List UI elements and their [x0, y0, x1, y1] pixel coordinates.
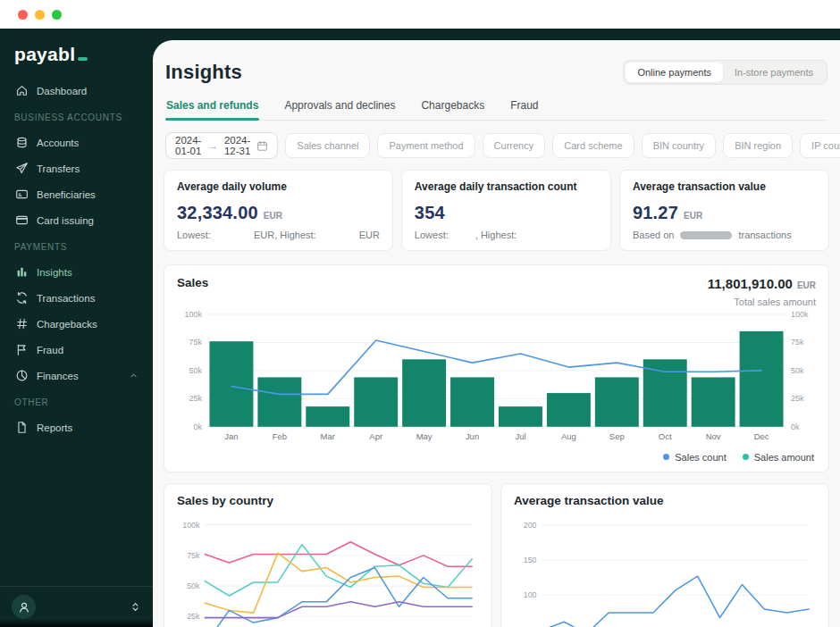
bar-jun: [450, 377, 494, 426]
sidebar-item-accounts[interactable]: Accounts: [7, 130, 146, 155]
y-axis-tick-label: 0k: [193, 422, 202, 431]
filter-chip-sales-channel[interactable]: Sales channel: [285, 133, 370, 158]
minimize-window-icon[interactable]: [35, 10, 45, 20]
y-axis-tick-label: 150: [524, 556, 537, 564]
sidebar-item-chargebacks[interactable]: Chargebacks: [7, 311, 146, 337]
x-axis-tick-label: Jun: [466, 431, 479, 441]
chevron-up-icon[interactable]: [129, 371, 139, 380]
date-to: 2024-12-31: [224, 135, 250, 156]
sidebar-item-beneficiaries[interactable]: Beneficiaries: [7, 181, 146, 207]
bar-jul: [499, 406, 542, 427]
y-axis-tick-label-right: 50k: [791, 366, 804, 375]
legend-dot-icon: [663, 454, 669, 460]
total-sales-currency: EUR: [797, 280, 816, 290]
sales-chart-card: Sales 11,801,910.00 EUR Total sales amou…: [164, 264, 829, 472]
bar-may: [402, 359, 446, 426]
y-axis-tick-label: 75k: [187, 551, 200, 560]
stat-cards-row: Average daily volume32,334.00EURLowest:E…: [164, 170, 829, 251]
x-axis-tick-label: Apr: [369, 431, 382, 441]
legend-item-sales-amount[interactable]: Sales amount: [743, 452, 814, 463]
avg-transaction-value-title: Average transaction value: [514, 494, 816, 507]
legend-item-sales-count[interactable]: Sales count: [663, 452, 726, 463]
filter-chip-bin-country[interactable]: BIN country: [642, 133, 716, 158]
stat-card-value: 91.27: [633, 203, 678, 223]
credit-card-icon: [14, 213, 29, 228]
redacted-pill-value: [680, 231, 732, 239]
stat-card-average-transaction-value: Average transaction value91.27EURBased o…: [619, 170, 829, 251]
bar-mar: [306, 406, 349, 427]
x-axis-tick-label: Oct: [659, 431, 672, 441]
filter-chip-ip-country[interactable]: IP country: [800, 133, 840, 158]
channel-segmented-control: Online paymentsIn-store payments: [623, 60, 827, 85]
sidebar-item-insights[interactable]: Insights: [7, 259, 146, 285]
sidebar-item-finances[interactable]: Finances: [7, 363, 146, 389]
sidebar-item-transactions[interactable]: Transactions: [7, 285, 146, 311]
stat-card-unit: EUR: [684, 211, 702, 221]
sales-bar-line-chart[interactable]: 0k0k25k25k50k50k75k75k100k100kJanFebMarA…: [177, 307, 816, 450]
user-menu[interactable]: [0, 586, 153, 627]
tab-fraud[interactable]: Fraud: [509, 99, 539, 120]
calendar-icon[interactable]: [256, 140, 268, 152]
bar-nov: [692, 377, 735, 426]
stat-footer-text: Lowest:: [415, 230, 449, 240]
legend-label: Sales amount: [754, 452, 814, 463]
bar-dec: [740, 331, 784, 427]
stat-card-value: 32,334.00: [177, 203, 258, 223]
chevrons-up-down-icon[interactable]: [130, 601, 141, 613]
stat-card-value: 354: [415, 203, 445, 223]
y-axis-tick-label: 100k: [182, 520, 200, 529]
y-axis-tick-label: 25k: [189, 394, 203, 403]
sidebar-item-fraud[interactable]: Fraud: [7, 337, 146, 363]
line-series-average-transaction-value: [542, 576, 809, 627]
y-axis-tick-label: 200: [524, 520, 537, 529]
filter-chip-bin-region[interactable]: BIN region: [723, 133, 793, 158]
sidebar-item-label: Reports: [37, 422, 72, 433]
date-range-arrow: →: [207, 140, 218, 151]
close-window-icon[interactable]: [18, 10, 28, 20]
y-axis-tick-label: 100k: [185, 310, 203, 319]
filter-chip-payment-method[interactable]: Payment method: [377, 133, 475, 158]
main-area: Insights Online paymentsIn-store payment…: [153, 29, 840, 627]
avg-transaction-value-chart[interactable]: 50100150200: [514, 513, 816, 627]
tab-approvals-and-declines[interactable]: Approvals and declines: [283, 99, 396, 120]
date-range-picker[interactable]: 2024-01-01 → 2024-12-31: [165, 132, 278, 159]
x-axis-tick-label: Jul: [515, 431, 525, 441]
stat-footer-text: EUR, Highest:: [254, 230, 316, 240]
x-axis-tick-label: Mar: [321, 431, 335, 441]
bar-apr: [354, 377, 398, 426]
logo-accent-dash: [78, 57, 88, 61]
date-from: 2024-01-01: [175, 135, 201, 156]
sales-by-country-title: Sales by country: [177, 494, 479, 507]
maximize-window-icon[interactable]: [52, 10, 62, 20]
x-axis-tick-label: Sep: [609, 431, 625, 441]
page-title: Insights: [165, 61, 242, 84]
filter-chip-card-scheme[interactable]: Card scheme: [552, 133, 634, 158]
line-series-pink: [205, 542, 472, 566]
sidebar-item-card-issuing[interactable]: Card issuing: [7, 207, 146, 233]
filter-chip-currency[interactable]: Currency: [483, 133, 546, 158]
stat-card-title: Average daily volume: [177, 180, 380, 193]
stat-card-footer: Based ontransactions: [633, 230, 816, 240]
sidebar-item-dashboard[interactable]: Dashboard: [7, 78, 146, 104]
segment-in-store-payments[interactable]: In-store payments: [723, 63, 825, 82]
sidebar-item-label: Beneficiaries: [37, 189, 96, 200]
user-avatar[interactable]: [12, 595, 36, 619]
y-axis-tick-label: 50k: [189, 366, 203, 375]
tab-chargebacks[interactable]: Chargebacks: [420, 99, 485, 120]
sidebar-nav: DashboardBUSINESS ACCOUNTSAccountsTransf…: [0, 76, 153, 586]
tab-sales-and-refunds[interactable]: Sales and refunds: [165, 99, 259, 120]
sidebar-item-label: Accounts: [37, 138, 79, 148]
sidebar-item-label: Transfers: [37, 163, 80, 174]
sidebar-item-reports[interactable]: Reports: [7, 414, 146, 440]
sidebar-item-label: Dashboard: [37, 86, 87, 96]
sales-by-country-chart[interactable]: 25k50k75k100k: [177, 513, 479, 627]
content-panel: Insights Online paymentsIn-store payment…: [153, 40, 840, 627]
filter-chips: Sales channelPayment methodCurrencyCard …: [285, 133, 840, 158]
stat-card-footer: Lowest:, Highest:: [415, 230, 598, 240]
stat-card-average-daily-volume: Average daily volume32,334.00EURLowest:E…: [164, 170, 393, 251]
bar-chart-icon: [14, 265, 29, 280]
stat-card-average-daily-transaction-count: Average daily transaction count354Lowest…: [401, 170, 611, 251]
y-axis-tick-label-right: 25k: [791, 394, 804, 403]
segment-online-payments[interactable]: Online payments: [626, 63, 723, 82]
sidebar-item-transfers[interactable]: Transfers: [7, 155, 146, 181]
